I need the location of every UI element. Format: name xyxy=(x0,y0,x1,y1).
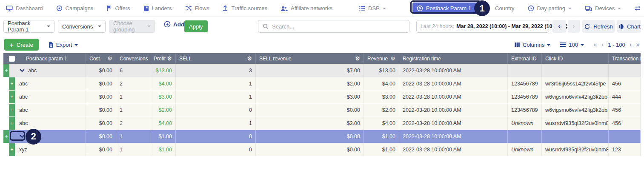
expand-plus-button[interactable]: + xyxy=(9,117,15,130)
cell-value: 1 xyxy=(120,134,123,139)
date-next-button[interactable]: › xyxy=(568,20,580,33)
chart-button[interactable]: Chart xyxy=(617,20,641,33)
chevron-down-icon xyxy=(581,44,584,46)
cell-external-id xyxy=(508,64,542,77)
nav-item-traffic-sources[interactable]: Traffic sources xyxy=(222,5,267,11)
column-settings-gear-icon[interactable]: ⚙ xyxy=(167,55,172,62)
row-name-label: abc xyxy=(19,81,28,87)
column-header-label: SELL revenue xyxy=(259,56,292,62)
expand-plus-button[interactable]: + xyxy=(9,91,15,103)
cell-external-id: 123456789 xyxy=(508,91,542,103)
nav-item-offers[interactable]: Offers xyxy=(106,5,130,11)
grouping-select-1[interactable]: Postback Param 1 xyxy=(3,20,54,33)
nav-item-devices[interactable]: Devices xyxy=(585,5,621,11)
nav-item-inventory[interactable]: Inventory xyxy=(634,5,644,11)
cell-value: $4.00 xyxy=(382,120,395,126)
apply-button[interactable]: Apply xyxy=(184,20,208,32)
nav-item-postback-param-1[interactable]: $Postback Param 1 xyxy=(412,3,482,14)
cell-registration-time: 2022-03-28 10:00:00 AM xyxy=(399,104,508,116)
cell-conversions: 1 xyxy=(116,130,150,143)
cell-value: $2.00 xyxy=(159,107,172,113)
expand-plus-button[interactable]: + xyxy=(9,143,15,156)
pagination-next-button[interactable]: › xyxy=(630,41,632,48)
cell-sell: 3 xyxy=(176,64,256,77)
cell-value: 2022-03-28 10:00:00 AM xyxy=(403,94,461,100)
pagination-last-button[interactable]: » xyxy=(636,41,640,48)
page-size-select[interactable]: 100 xyxy=(560,42,584,48)
cell-conversions: 1 xyxy=(116,104,150,116)
date-range-preset-label: Last 24 hours: xyxy=(421,23,454,29)
nav-item-dashboard[interactable]: Dashboard xyxy=(6,5,43,11)
table-row-abc-group[interactable]: +abc$0.006$13.003$7.00$13.002022-03-28 1… xyxy=(3,64,641,77)
table-row-abc-child[interactable]: +abc$0.002$4.001$2.00$4.002022-03-28 10:… xyxy=(3,117,641,130)
cell-sell-revenue: $0.00 xyxy=(256,104,364,116)
nav-item-affiliate-networks[interactable]: Affiliate networks xyxy=(280,5,332,11)
nav-item-country[interactable]: Country xyxy=(495,5,515,11)
cell-revenue: $1.00 xyxy=(364,130,399,143)
nav-item-flows[interactable]: Flows xyxy=(185,5,209,11)
grouping-select-2[interactable]: Conversions xyxy=(58,20,106,33)
cell-revenue: $4.00 xyxy=(364,77,399,90)
expand-plus-button[interactable]: + xyxy=(3,64,9,77)
pagination-first-button[interactable]: « xyxy=(593,41,597,48)
cell-value: $0.00 xyxy=(347,147,360,153)
select-all-checkbox[interactable] xyxy=(9,56,15,62)
chevron-down-icon xyxy=(147,26,151,27)
expand-plus-button[interactable]: + xyxy=(9,104,15,116)
cell-registration-time: 2022-03-28 10:00:00 AM xyxy=(399,91,508,103)
column-header-transaction-id: Transaction ID xyxy=(609,53,641,64)
cell-revenue: $2.00 xyxy=(364,104,399,116)
table-row-abc-child[interactable]: +abc$0.002$4.001$2.00$4.002022-03-28 10:… xyxy=(3,77,641,90)
nav-item-campaigns[interactable]: Campaigns xyxy=(56,5,94,11)
cell-value: 444 xyxy=(612,94,621,100)
date-range-picker[interactable]: Last 24 hours: Mar 28, 2022 (10:00) - Ma… xyxy=(416,20,549,33)
cell-value: 1 xyxy=(249,94,252,100)
cell-value: 0 xyxy=(249,147,252,153)
pagination-prev-button[interactable]: ‹ xyxy=(601,41,604,48)
cell-value: $1.00 xyxy=(382,147,395,153)
pagination: « ‹ 1 - 100 › » xyxy=(593,41,640,48)
expand-plus-button[interactable]: + xyxy=(3,130,9,143)
cell-cost: $0.00 xyxy=(86,143,116,156)
cell-profit: $1.00 xyxy=(150,130,176,143)
row-name-label: abc xyxy=(28,68,37,74)
column-settings-gear-icon[interactable]: ⚙ xyxy=(107,55,112,62)
column-settings-gear-icon[interactable]: ⚙ xyxy=(355,55,360,62)
table-row-abc-child[interactable]: +abc$0.001$2.000$0.00$2.002022-03-28 10:… xyxy=(3,104,641,116)
cell-value: 456 xyxy=(612,107,621,113)
collapse-chevron-icon[interactable] xyxy=(20,135,25,138)
cell-sell: 1 xyxy=(176,77,256,90)
column-settings-gear-icon[interactable]: ⚙ xyxy=(390,55,395,62)
export-button[interactable]: Export xyxy=(48,42,78,48)
cell-value: 2 xyxy=(120,81,123,87)
date-prev-button[interactable]: ‹ xyxy=(552,20,566,33)
cell-revenue: $4.00 xyxy=(364,117,399,130)
plus-icon: + xyxy=(10,41,14,48)
cell-profit: $1.00 xyxy=(150,143,176,156)
table-row-abc-child[interactable]: +abc$0.001$3.001$3.00$3.002022-03-28 10:… xyxy=(3,91,641,103)
cell-sell: 0 xyxy=(176,130,256,143)
cell-value: $13.00 xyxy=(156,68,172,74)
table-row-xyz-child[interactable]: +xyz$0.001$1.000$0.00$1.002022-03-28 10:… xyxy=(3,143,641,156)
refresh-button[interactable]: Refresh xyxy=(582,20,615,33)
cell-value: $2.00 xyxy=(347,81,360,87)
cell-value: $4.00 xyxy=(382,81,395,87)
search-input[interactable] xyxy=(272,23,405,30)
cell-value: 456 xyxy=(612,120,621,126)
column-settings-gear-icon[interactable]: ⚙ xyxy=(247,55,252,62)
cell-external-id: Unknown xyxy=(508,143,542,156)
cell-value: $3.00 xyxy=(382,94,395,100)
create-button[interactable]: + Create xyxy=(4,39,39,51)
column-header-revenue: Revenue⚙ xyxy=(364,53,399,64)
nav-item-landers[interactable]: Landers xyxy=(143,5,172,11)
collapse-chevron-icon[interactable] xyxy=(20,69,25,72)
add-grouping-button[interactable]: Add xyxy=(164,21,184,28)
nav-item-day-parting[interactable]: Day parting xyxy=(528,5,572,11)
cell-registration-time: 2022-03-28 10:00:00 AM xyxy=(399,130,508,143)
table-row-xyz-group[interactable]: +xyz$0.001$1.000$0.00$1.002022-03-28 10:… xyxy=(3,130,641,143)
add-button-label: Add xyxy=(173,21,184,28)
nav-item-dsp[interactable]: DSP xyxy=(359,5,386,11)
columns-button[interactable]: Columns xyxy=(514,42,550,48)
cell-conversions: 1 xyxy=(116,91,150,103)
expand-plus-button[interactable]: + xyxy=(9,77,15,90)
